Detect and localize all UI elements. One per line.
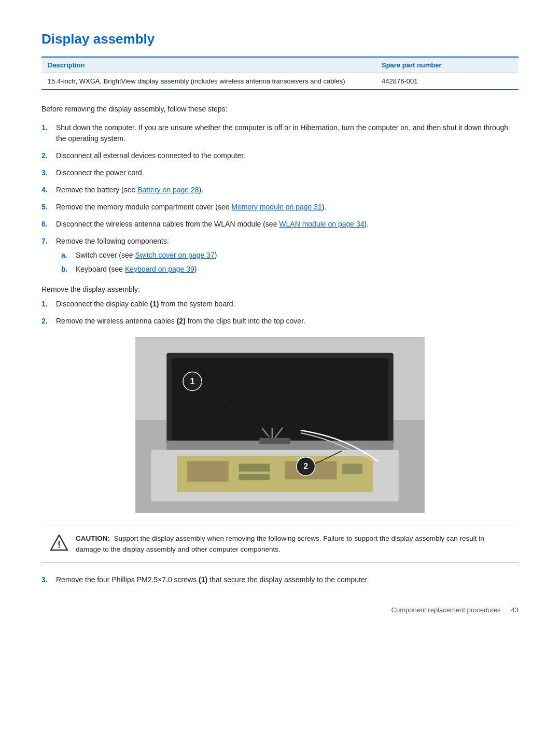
final-step-list: 3. Remove the four Phillips PM2.5×7.0 sc… [41, 574, 519, 585]
list-item: 3. Remove the four Phillips PM2.5×7.0 sc… [41, 574, 519, 585]
part-number: 442876-001 [375, 73, 519, 90]
list-item: 4. Remove the battery (see Battery on pa… [41, 185, 519, 195]
remove-section-label: Remove the display assembly: [41, 285, 519, 293]
caution-box: ! CAUTION: Support the display assembly … [41, 526, 519, 563]
svg-text:!: ! [58, 540, 61, 550]
step-text: Disconnect the wireless antenna cables f… [56, 219, 519, 230]
parts-table: Description Spare part number 15.4-inch,… [41, 57, 519, 90]
list-item: 1. Shut down the computer. If you are un… [41, 122, 519, 144]
prereq-step-list: 1. Shut down the computer. If you are un… [41, 122, 519, 278]
col-part-number-header: Spare part number [375, 57, 519, 73]
diagram-image: 1 2 [135, 337, 425, 513]
sub-step-list: a. Switch cover (see Switch cover on pag… [56, 250, 519, 275]
sub-step-letter: b. [61, 264, 76, 275]
step-text: Disconnect the display cable (1) from th… [56, 299, 519, 310]
page-number: 43 [511, 606, 519, 614]
caution-icon: ! [50, 533, 68, 552]
page-footer: Component replacement procedures 43 [41, 606, 519, 614]
sub-step-text: Switch cover (see Switch cover on page 3… [76, 250, 217, 261]
remove-step-list: 1. Disconnect the display cable (1) from… [41, 299, 519, 327]
list-item: 5. Remove the memory module compartment … [41, 202, 519, 213]
wlan-module-link[interactable]: WLAN module on page 34 [279, 220, 364, 228]
page-title: Display assembly [41, 31, 519, 47]
step-number: 2. [41, 150, 56, 161]
memory-module-link[interactable]: Memory module on page 31 [231, 203, 321, 211]
step-text: Remove the following components: a. Swit… [56, 236, 519, 278]
step-number: 6. [41, 219, 56, 230]
svg-rect-7 [187, 461, 229, 482]
caution-body: Support the display assembly when removi… [76, 535, 484, 553]
diagram-container: 1 2 [41, 337, 519, 513]
battery-link[interactable]: Battery on page 28 [137, 186, 199, 194]
step-text: Remove the wireless antenna cables (2) f… [56, 316, 519, 327]
step-text: Disconnect the power cord. [56, 167, 519, 178]
table-row: 15.4-inch, WXGA, BrightView display asse… [41, 73, 519, 90]
step-number: 3. [41, 167, 56, 178]
step-text: Shut down the computer. If you are unsur… [56, 122, 519, 144]
intro-text: Before removing the display assembly, fo… [41, 105, 519, 113]
col-description-header: Description [41, 57, 375, 73]
svg-rect-11 [342, 464, 362, 474]
step-number: 1. [41, 299, 56, 310]
diagram-svg: 1 2 [135, 338, 425, 513]
step-number: 7. [41, 236, 56, 278]
list-item: 3. Disconnect the power cord. [41, 167, 519, 178]
step-number: 5. [41, 202, 56, 213]
svg-rect-9 [239, 474, 270, 480]
switch-cover-link[interactable]: Switch cover on page 37 [135, 251, 214, 259]
step-text: Remove the battery (see Battery on page … [56, 185, 519, 195]
step-number: 4. [41, 185, 56, 195]
footer-label: Component replacement procedures [391, 606, 501, 614]
caution-text: CAUTION: Support the display assembly wh… [76, 533, 510, 555]
sub-step-text: Keyboard (see Keyboard on page 39) [76, 264, 197, 275]
svg-rect-3 [172, 358, 388, 441]
step-number: 2. [41, 316, 56, 327]
part-description: 15.4-inch, WXGA, BrightView display asse… [41, 73, 375, 90]
list-item: 2. Remove the wireless antenna cables (2… [41, 316, 519, 327]
step-number: 1. [41, 122, 56, 144]
step-text: Remove the memory module compartment cov… [56, 202, 519, 213]
keyboard-link[interactable]: Keyboard on page 39 [125, 265, 194, 273]
list-item: 6. Disconnect the wireless antenna cable… [41, 219, 519, 230]
svg-rect-8 [239, 464, 270, 472]
list-item: 7. Remove the following components: a. S… [41, 236, 519, 278]
step-text: Remove the four Phillips PM2.5×7.0 screw… [56, 574, 519, 585]
sub-step-letter: a. [61, 250, 76, 261]
svg-rect-12 [259, 438, 290, 444]
list-item: a. Switch cover (see Switch cover on pag… [61, 250, 519, 261]
step-number: 3. [41, 574, 56, 585]
svg-text:1: 1 [190, 377, 195, 386]
list-item: b. Keyboard (see Keyboard on page 39) [61, 264, 519, 275]
caution-label: CAUTION: [76, 535, 110, 542]
svg-text:2: 2 [303, 462, 308, 471]
list-item: 1. Disconnect the display cable (1) from… [41, 299, 519, 310]
step-text: Disconnect all external devices connecte… [56, 150, 519, 161]
list-item: 2. Disconnect all external devices conne… [41, 150, 519, 161]
